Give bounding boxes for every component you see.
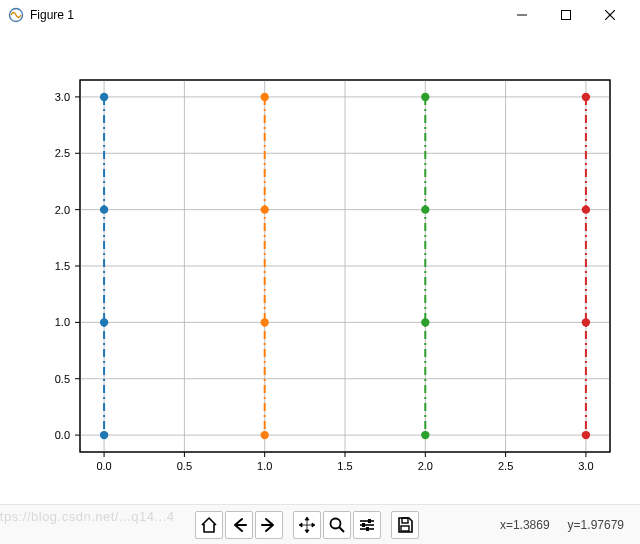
svg-text:2.5: 2.5: [498, 460, 513, 472]
configure-button[interactable]: [353, 511, 381, 539]
svg-point-56: [260, 318, 268, 326]
save-icon: [396, 516, 414, 534]
svg-rect-72: [368, 519, 371, 523]
svg-text:1.5: 1.5: [337, 460, 352, 472]
move-icon: [298, 516, 316, 534]
svg-point-52: [100, 205, 108, 213]
svg-text:1.0: 1.0: [55, 316, 70, 328]
svg-point-66: [582, 318, 590, 326]
pan-button[interactable]: [293, 511, 321, 539]
back-button[interactable]: [225, 511, 253, 539]
svg-text:0.0: 0.0: [55, 429, 70, 441]
zoom-icon: [328, 516, 346, 534]
minimize-button[interactable]: [500, 1, 544, 29]
svg-point-62: [421, 205, 429, 213]
svg-point-51: [100, 318, 108, 326]
svg-rect-2: [562, 11, 571, 20]
coord-y: y=1.97679: [568, 518, 624, 532]
coord-x: x=1.3869: [500, 518, 550, 532]
svg-text:2.0: 2.0: [418, 460, 433, 472]
svg-rect-74: [362, 523, 365, 527]
svg-point-58: [260, 93, 268, 101]
svg-point-69: [330, 518, 340, 528]
svg-point-61: [421, 318, 429, 326]
svg-text:1.5: 1.5: [55, 260, 70, 272]
svg-point-53: [100, 93, 108, 101]
app-icon: [8, 7, 24, 23]
svg-point-50: [100, 431, 108, 439]
save-button[interactable]: [391, 511, 419, 539]
svg-text:0.5: 0.5: [177, 460, 192, 472]
forward-button[interactable]: [255, 511, 283, 539]
arrow-right-icon: [260, 516, 278, 534]
svg-rect-76: [366, 527, 369, 531]
svg-text:3.0: 3.0: [578, 460, 593, 472]
chart-canvas[interactable]: 0.00.51.01.52.02.53.00.00.51.01.52.02.53…: [0, 30, 640, 504]
zoom-button[interactable]: [323, 511, 351, 539]
svg-point-68: [582, 93, 590, 101]
svg-text:2.5: 2.5: [55, 147, 70, 159]
arrow-left-icon: [230, 516, 248, 534]
watermark: https://blog.csdn.net/...q14...4: [0, 509, 175, 524]
sliders-icon: [358, 516, 376, 534]
svg-point-63: [421, 93, 429, 101]
svg-text:3.0: 3.0: [55, 91, 70, 103]
close-button[interactable]: [588, 1, 632, 29]
svg-text:1.0: 1.0: [257, 460, 272, 472]
svg-text:2.0: 2.0: [55, 204, 70, 216]
svg-line-70: [339, 527, 344, 532]
svg-text:0.0: 0.0: [96, 460, 111, 472]
nav-toolbar: https://blog.csdn.net/...q14...4 x=1.386…: [0, 504, 640, 544]
window-controls: [500, 1, 632, 29]
svg-point-67: [582, 205, 590, 213]
window-title: Figure 1: [30, 8, 74, 22]
svg-point-65: [582, 431, 590, 439]
maximize-button[interactable]: [544, 1, 588, 29]
cursor-coords: x=1.3869 y=1.97679: [500, 518, 632, 532]
svg-point-57: [260, 205, 268, 213]
svg-point-55: [260, 431, 268, 439]
window-titlebar: Figure 1: [0, 0, 640, 30]
svg-point-60: [421, 431, 429, 439]
svg-rect-78: [401, 526, 409, 531]
svg-text:0.5: 0.5: [55, 373, 70, 385]
home-icon: [200, 516, 218, 534]
home-button[interactable]: [195, 511, 223, 539]
